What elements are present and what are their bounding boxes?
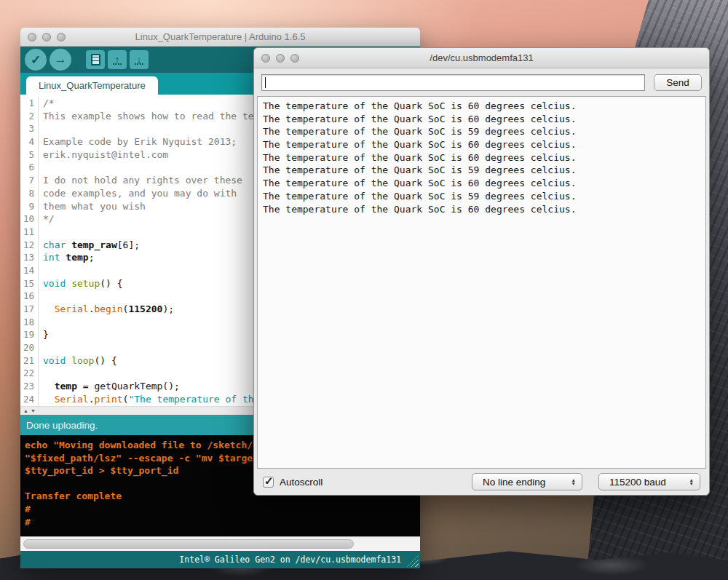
- ide-window-title: Linux_QuarkTemperature | Arduino 1.6.5: [20, 31, 420, 42]
- serial-output-line: The temperature of the Quark SoC is 59 d…: [263, 190, 700, 203]
- code-text: temp = getQuarkTemp();: [39, 380, 180, 393]
- ide-titlebar[interactable]: Linux_QuarkTemperature | Arduino 1.6.5: [20, 28, 420, 47]
- serial-output-line: The temperature of the Quark SoC is 59 d…: [263, 164, 700, 177]
- code-text: int temp;: [39, 251, 94, 264]
- code-text: [39, 316, 49, 329]
- close-button[interactable]: [261, 54, 270, 63]
- code-text: [39, 367, 49, 380]
- desktop-background: Linux_QuarkTemperature | Arduino 1.6.5 ✓…: [0, 0, 728, 580]
- monitor-bottom-bar: ✓ Autoscroll No line ending ▲▼ 115200 ba…: [254, 469, 709, 495]
- new-sketch-button[interactable]: [86, 50, 105, 69]
- serial-output-line: The temperature of the Quark SoC is 60 d…: [263, 177, 700, 190]
- line-number: 12: [20, 239, 39, 252]
- line-number: 3: [20, 122, 39, 135]
- code-text: /*: [39, 97, 55, 110]
- tab-linux-quarktemperature[interactable]: Linux_QuarkTemperature: [26, 76, 158, 95]
- line-number: 1: [20, 97, 39, 110]
- serial-input[interactable]: [261, 74, 645, 91]
- baud-rate-value: 115200 baud: [609, 477, 666, 488]
- console-line: #: [25, 503, 416, 516]
- line-number: 17: [20, 303, 39, 316]
- code-text: [39, 122, 49, 135]
- code-text: [39, 290, 49, 303]
- resize-grip-icon[interactable]: [407, 555, 419, 567]
- code-text: code examples, and you may do with: [39, 187, 237, 200]
- open-button[interactable]: ↑: [108, 50, 127, 69]
- serial-output-line: The temperature of the Quark SoC is 60 d…: [263, 100, 700, 113]
- code-text: I do not hold any rights over these: [39, 174, 242, 187]
- upload-button[interactable]: →: [50, 49, 71, 71]
- scrollbar-thumb[interactable]: [23, 539, 354, 549]
- line-number: 9: [20, 200, 39, 213]
- line-number: 23: [20, 380, 39, 393]
- code-text: [39, 226, 49, 239]
- line-ending-select[interactable]: No line ending ▲▼: [472, 473, 582, 490]
- scroll-up-icon[interactable]: ▲: [23, 408, 28, 415]
- serial-output-line: The temperature of the Quark SoC is 60 d…: [263, 151, 700, 164]
- serial-output-area[interactable]: The temperature of the Quark SoC is 60 d…: [257, 96, 706, 469]
- line-number: 2: [20, 110, 39, 123]
- text-caret: [265, 77, 266, 88]
- code-text: */: [39, 212, 55, 226]
- stepper-arrows-icon: ▲▼: [689, 478, 694, 485]
- check-icon: ✓: [31, 52, 41, 68]
- arrow-up-base: [113, 63, 122, 65]
- code-text: Example code by Erik Nyquist 2013;: [39, 135, 237, 148]
- code-text: Serial.begin(115200);: [39, 303, 174, 316]
- code-text: [39, 264, 49, 277]
- line-number: 20: [20, 341, 39, 354]
- autoscroll-checkbox[interactable]: ✓: [263, 477, 274, 488]
- arrow-down-base: [135, 63, 143, 65]
- minimize-button[interactable]: [276, 54, 285, 63]
- line-number: 24: [20, 393, 39, 406]
- code-text: them what you wish: [39, 200, 146, 213]
- code-text: [39, 341, 49, 354]
- line-number: 5: [20, 148, 39, 162]
- autoscroll-label: Autoscroll: [280, 477, 323, 488]
- line-number: 6: [20, 161, 39, 174]
- baud-rate-select[interactable]: 115200 baud ▲▼: [598, 473, 700, 490]
- code-text: erik.nyquist@intel.com: [39, 148, 168, 162]
- serial-output-line: The temperature of the Quark SoC is 59 d…: [263, 125, 700, 138]
- code-text: void loop() {: [39, 354, 117, 368]
- ide-traffic-lights: [28, 33, 66, 41]
- ide-board-status-bar: Intel® Galileo Gen2 on /dev/cu.usbmodemf…: [20, 551, 420, 568]
- save-button[interactable]: ↓: [130, 50, 149, 69]
- zoom-button[interactable]: [290, 54, 299, 63]
- zoom-button[interactable]: [57, 33, 66, 41]
- board-status-text: Intel® Galileo Gen2 on /dev/cu.usbmodemf…: [179, 555, 401, 565]
- document-icon: [91, 54, 100, 65]
- monitor-traffic-lights: [261, 54, 299, 63]
- arrow-right-icon: →: [55, 52, 67, 67]
- code-text: char temp_raw[6];: [39, 239, 140, 252]
- minimize-button[interactable]: [42, 33, 51, 41]
- scroll-down-icon[interactable]: ▼: [31, 408, 36, 415]
- serial-input-row: Send: [254, 68, 709, 96]
- code-text: void setup() {: [39, 277, 123, 290]
- line-number: 7: [20, 174, 39, 187]
- line-number: 19: [20, 328, 39, 341]
- monitor-titlebar[interactable]: /dev/cu.usbmodemfa131: [254, 48, 709, 68]
- console-line: #: [25, 516, 416, 529]
- line-number: 8: [20, 187, 39, 200]
- verify-button[interactable]: ✓: [25, 49, 47, 71]
- send-button[interactable]: Send: [654, 74, 702, 91]
- line-number: 4: [20, 135, 39, 148]
- line-number: 11: [20, 226, 39, 239]
- line-ending-value: No line ending: [483, 477, 545, 488]
- close-button[interactable]: [28, 33, 36, 41]
- line-number: 10: [20, 212, 39, 226]
- line-number: 15: [20, 277, 39, 290]
- code-text: Serial.print("The temperature of the: [39, 393, 259, 406]
- checkmark-icon: ✓: [264, 474, 274, 488]
- stepper-arrows-icon: ▲▼: [571, 478, 576, 485]
- line-number: 22: [20, 367, 39, 380]
- line-number: 14: [20, 264, 39, 277]
- serial-output-line: The temperature of the Quark SoC is 60 d…: [263, 113, 700, 126]
- code-text: }: [39, 328, 49, 341]
- console-horizontal-scrollbar[interactable]: [20, 536, 420, 551]
- serial-output-line: The temperature of the Quark SoC is 60 d…: [263, 138, 700, 151]
- line-number: 21: [20, 354, 39, 368]
- code-text: This example shows how to read the tem: [39, 110, 259, 123]
- send-button-label: Send: [666, 77, 689, 88]
